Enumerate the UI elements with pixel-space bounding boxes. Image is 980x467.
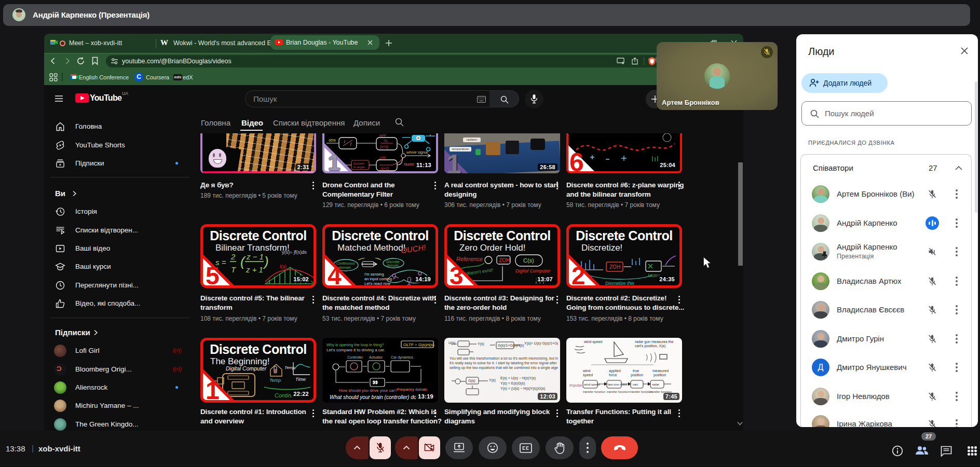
svg-text:last one mass: last one mass (608, 383, 627, 386)
svg-text:I'm sensing: I'm sensing (364, 272, 384, 277)
svg-text:domain: domain (387, 264, 399, 267)
svg-text:Let's react now: Let's react now (364, 281, 391, 286)
svg-text:W: W (160, 38, 168, 47)
svg-text:95%: 95% (329, 139, 336, 142)
svg-text:LPF: LPF (379, 156, 386, 160)
svg-text:C(s): C(s) (523, 257, 534, 264)
svg-text:impulse: impulse (569, 383, 582, 388)
svg-text:ZOH: ZOH (609, 264, 620, 270)
svg-text:E(s) = U(s) − H(s)Y(s): E(s) = U(s) − H(s)Y(s) (500, 376, 536, 380)
svg-text:You will use this transformati: You will use this transformation a lot s… (450, 356, 558, 361)
svg-text:setting up the two equations t: setting up the two equations that will b… (450, 366, 558, 370)
svg-text:G(s): G(s) (468, 379, 475, 383)
svg-text:position: position (654, 373, 666, 377)
svg-text:speed: speed (583, 373, 593, 377)
svg-text:Time: Time (295, 377, 306, 382)
svg-text:Y(s)= U(s)·G(s)/1+G(s)H(s): Y(s)= U(s)·G(s)/1+G(s)H(s) (524, 341, 558, 346)
svg-text:HPF: HPF (379, 134, 387, 138)
svg-text:radar: radar (652, 383, 659, 386)
svg-text:radar gun measures the: radar gun measures the (635, 340, 673, 344)
svg-text:OLTF = G(s)H(s): OLTF = G(s)H(s) (403, 342, 434, 347)
svg-text:Frequency domain: Frequency domain (397, 388, 427, 392)
svg-text:wind speed: wind speed (583, 383, 600, 386)
svg-text:whole signal: whole signal (406, 150, 428, 155)
svg-text:Convert: Convert (353, 162, 364, 165)
svg-text:Digital Computer: Digital Computer (515, 268, 551, 273)
svg-text:Y(s) = (U(s) − H(s)Y(s))G(s): Y(s) = (U(s) − H(s)Y(s))G(s) (500, 387, 545, 391)
svg-text:Discrete: Discrete (386, 260, 400, 264)
svg-text:applied: applied (609, 369, 621, 373)
svg-text:Y(s) = E(s)G(s): Y(s) = E(s)G(s) (500, 381, 525, 386)
svg-text:(s+1): (s+1) (380, 145, 388, 149)
svg-text:f(s): f(s) (280, 264, 287, 269)
svg-text:ZOH: ZOH (499, 257, 510, 263)
svg-text:Actuator: Actuator (369, 355, 383, 359)
svg-text:measured: measured (652, 369, 669, 373)
svg-text:wind speed: wind speed (583, 340, 603, 344)
svg-text:z − 1: z − 1 (246, 252, 264, 261)
svg-text:an input coming: an input coming (364, 277, 392, 281)
svg-text:What should your brain (contro: What should your brain (controller) do? (330, 394, 419, 400)
svg-text:Controller: Controller (347, 355, 363, 359)
svg-text:cart: cart (633, 383, 638, 386)
svg-text:Car dynamics: Car dynamics (391, 355, 413, 360)
svg-text:true: true (633, 369, 639, 373)
svg-text:transfer function: transfer function (630, 390, 652, 393)
svg-text:(s+1): (s+1) (380, 167, 389, 171)
svg-text:Why is opening the loop in thi: Why is opening the loop in thing? (326, 342, 384, 347)
svg-text:wind: wind (582, 369, 591, 373)
svg-text:Ts: Ts (384, 139, 388, 143)
svg-text:transfer function: transfer function (583, 390, 605, 393)
svg-text:Y(s): Y(s) (489, 378, 496, 382)
svg-text:transfer function: transfer function (607, 390, 629, 393)
svg-text:Y(s): Y(s) (478, 342, 484, 346)
svg-text:Temp: Temp (269, 378, 281, 383)
svg-text:G(s)/1+G(s)H(s): G(s)/1+G(s)H(s) (498, 344, 524, 348)
svg-text:Temp: Temp (284, 365, 295, 370)
svg-text:Let's compare it to driving a: Let's compare it to driving a car. (326, 348, 385, 352)
svg-text:cart's position, X(s): cart's position, X(s) (635, 344, 665, 348)
svg-text:it's really easy to solve for: it's really easy to solve for it. I star… (450, 361, 558, 365)
svg-text:z + 1: z + 1 (246, 265, 263, 274)
svg-text:U(s): U(s) (448, 341, 455, 345)
svg-text:force: force (609, 373, 617, 377)
svg-text:Discretize this: Discretize this (605, 281, 635, 286)
svg-text:position: position (631, 373, 643, 377)
svg-text:👀: 👀 (372, 379, 378, 386)
svg-text:to angle: to angle (353, 166, 365, 169)
svg-text:How should you drive your car?: How should you drive your car? (339, 388, 398, 393)
